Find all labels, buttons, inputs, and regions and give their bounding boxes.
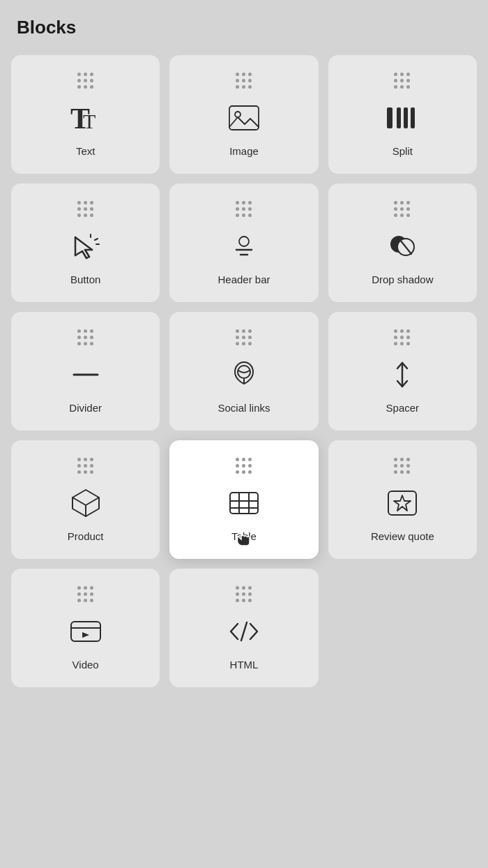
block-split[interactable]: Split: [328, 55, 477, 174]
product-icon: [68, 484, 103, 522]
product-label: Product: [68, 530, 104, 542]
text-label: Text: [76, 145, 96, 157]
split-label: Split: [392, 145, 413, 157]
page-title: Blocks: [11, 17, 477, 38]
svg-rect-36: [71, 622, 100, 641]
svg-rect-2: [229, 106, 259, 130]
block-social-links[interactable]: Social links: [169, 312, 318, 431]
block-html[interactable]: HTML: [169, 569, 318, 687]
drag-handle-button: [77, 201, 94, 218]
blocks-grid: T T Text Image: [11, 55, 477, 687]
svg-rect-6: [404, 107, 408, 128]
spacer-label: Spacer: [386, 402, 420, 414]
drag-handle-social-links: [236, 329, 252, 346]
header-bar-label: Header bar: [218, 274, 270, 285]
drag-handle-review-quote: [394, 458, 411, 474]
svg-rect-34: [388, 491, 416, 515]
block-table[interactable]: Table: [169, 440, 318, 559]
block-video[interactable]: Video: [11, 569, 160, 687]
divider-icon: [68, 356, 103, 394]
cursor-hand-icon: [234, 528, 254, 551]
svg-line-28: [73, 497, 86, 505]
block-button[interactable]: Button: [11, 184, 160, 302]
button-icon: [68, 227, 103, 265]
block-text[interactable]: T T Text: [11, 55, 160, 174]
html-label: HTML: [230, 659, 259, 671]
svg-rect-4: [387, 107, 392, 128]
drop-shadow-icon: [385, 227, 420, 265]
svg-line-16: [95, 239, 98, 240]
drag-handle-spacer: [394, 329, 411, 346]
svg-line-9: [75, 251, 82, 255]
svg-point-3: [235, 112, 241, 117]
svg-rect-29: [230, 493, 258, 514]
svg-line-27: [86, 497, 99, 505]
html-icon: [227, 613, 261, 650]
svg-line-14: [75, 237, 92, 250]
drag-handle-text: [77, 73, 94, 89]
drag-handle-drop-shadow: [394, 201, 411, 218]
drag-handle-video: [77, 586, 94, 603]
drag-handle-html: [236, 586, 252, 603]
svg-rect-7: [411, 107, 415, 128]
drag-handle-split: [394, 73, 411, 89]
svg-marker-35: [394, 495, 411, 511]
header-bar-icon: [227, 227, 261, 265]
block-header-bar[interactable]: Header bar: [169, 184, 318, 302]
drag-handle-divider: [77, 329, 94, 346]
divider-label: Divider: [69, 402, 102, 414]
video-label: Video: [73, 659, 99, 671]
drag-handle-image: [236, 73, 252, 89]
review-quote-label: Review quote: [371, 530, 434, 542]
image-icon: [227, 99, 261, 137]
svg-line-39: [241, 622, 247, 641]
social-links-label: Social links: [218, 402, 270, 414]
table-icon: [227, 484, 261, 522]
block-divider[interactable]: Divider: [11, 312, 160, 431]
svg-rect-5: [397, 107, 401, 128]
drop-shadow-label: Drop shadow: [372, 274, 433, 285]
split-icon: [384, 99, 420, 137]
svg-text:T: T: [83, 110, 96, 133]
text-icon: T T: [68, 99, 104, 137]
drag-handle-header-bar: [236, 201, 252, 218]
block-product[interactable]: Product: [11, 440, 160, 559]
social-links-icon: [227, 356, 261, 394]
block-review-quote[interactable]: Review quote: [328, 440, 477, 559]
spacer-icon: [385, 356, 420, 394]
review-quote-icon: [385, 484, 420, 522]
drag-handle-table: [236, 458, 252, 474]
button-label: Button: [70, 274, 100, 285]
block-drop-shadow[interactable]: Drop shadow: [328, 184, 477, 302]
drag-handle-product: [77, 458, 94, 474]
svg-marker-38: [82, 632, 89, 638]
svg-point-18: [239, 237, 249, 246]
block-spacer[interactable]: Spacer: [328, 312, 477, 431]
image-label: Image: [229, 145, 259, 157]
video-icon: [68, 613, 103, 650]
block-image[interactable]: Image: [169, 55, 318, 174]
